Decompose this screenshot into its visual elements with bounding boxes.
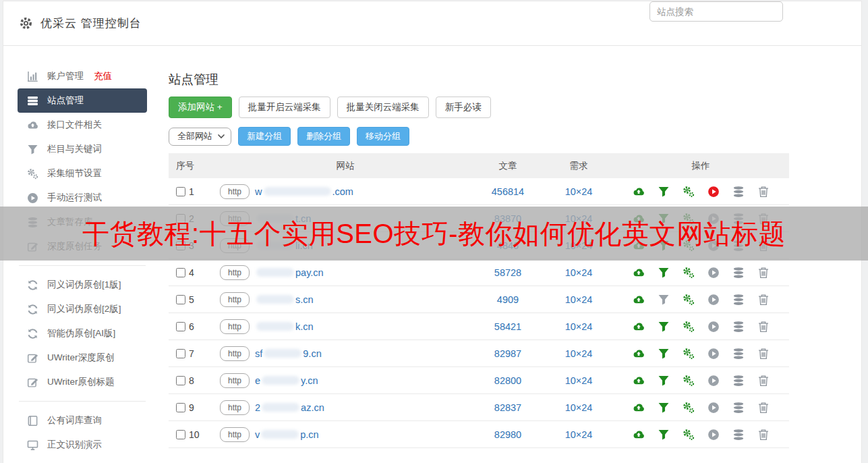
run-action-icon[interactable] — [707, 321, 720, 333]
row-checkbox[interactable] — [176, 187, 185, 196]
sidebar-item-public-lexicon-query[interactable]: 公有词库查询 — [18, 408, 147, 433]
filter-action-icon[interactable] — [658, 321, 670, 333]
http-button[interactable]: http — [220, 319, 250, 334]
delete-action-icon[interactable] — [757, 321, 770, 333]
http-button[interactable]: http — [220, 265, 250, 280]
cloud-upload-action-icon[interactable] — [633, 321, 645, 333]
sidebar-item-account-management[interactable]: 账户管理充值 — [18, 64, 147, 88]
batch-close-cloud-collect-button[interactable]: 批量关闭云端采集 — [337, 97, 429, 118]
site-search-input[interactable] — [649, 1, 783, 22]
settings-action-icon[interactable] — [683, 294, 695, 306]
filter-action-icon[interactable] — [658, 402, 670, 414]
sidebar-item-collection-settings[interactable]: 采集细节设置 — [18, 161, 147, 186]
row-checkbox[interactable] — [176, 376, 185, 385]
sidebar-item-uwriter-deep-original[interactable]: UWriter深度原创 — [18, 346, 147, 370]
delete-action-icon[interactable] — [757, 267, 770, 279]
settings-action-icon[interactable] — [683, 429, 695, 441]
delete-action-icon[interactable] — [757, 375, 770, 387]
sidebar-item-ai-rewrite[interactable]: 智能伪原创[AI版] — [18, 321, 147, 346]
site-domain-link[interactable]: vp.cn — [255, 429, 319, 440]
settings-action-icon[interactable] — [683, 186, 695, 198]
cloud-upload-action-icon[interactable] — [633, 294, 645, 306]
cloud-upload-action-icon[interactable] — [633, 375, 645, 387]
row-checkbox[interactable] — [176, 268, 185, 277]
cloud-upload-action-icon[interactable] — [633, 348, 645, 360]
site-domain-link[interactable]: k.cn — [255, 321, 314, 332]
article-count[interactable]: 58728 — [471, 267, 545, 278]
filter-action-icon[interactable] — [658, 186, 670, 198]
run-action-icon[interactable] — [707, 348, 720, 360]
cloud-upload-action-icon[interactable] — [633, 429, 645, 441]
database-action-icon[interactable] — [732, 267, 745, 279]
http-button[interactable]: http — [220, 427, 250, 442]
article-count[interactable]: 456814 — [471, 186, 545, 197]
database-action-icon[interactable] — [732, 375, 745, 387]
database-action-icon[interactable] — [732, 348, 745, 360]
settings-action-icon[interactable] — [683, 348, 695, 360]
database-action-icon[interactable] — [732, 429, 745, 441]
sidebar-item-columns-keywords[interactable]: 栏目与关键词 — [18, 137, 147, 161]
database-action-icon[interactable] — [732, 402, 745, 414]
move-group-button[interactable]: 移动分组 — [357, 127, 409, 146]
group-filter-select[interactable]: 全部网站 — [169, 128, 231, 146]
http-button[interactable]: http — [220, 373, 250, 388]
cloud-upload-action-icon[interactable] — [633, 267, 645, 279]
batch-open-cloud-collect-button[interactable]: 批量开启云端采集 — [239, 97, 330, 118]
delete-action-icon[interactable] — [757, 294, 770, 306]
run-action-icon[interactable] — [707, 402, 720, 414]
database-action-icon[interactable] — [732, 294, 745, 306]
run-action-icon[interactable] — [707, 375, 720, 387]
http-button[interactable]: http — [220, 400, 250, 415]
site-domain-link[interactable]: ey.cn — [255, 375, 318, 386]
article-count[interactable]: 82837 — [471, 402, 545, 413]
sidebar-item-uwriter-original-title[interactable]: UWriter原创标题 — [18, 370, 147, 394]
sidebar-item-site-management[interactable]: 站点管理 — [18, 88, 147, 113]
site-domain-link[interactable]: pay.cn — [255, 267, 324, 278]
delete-group-button[interactable]: 删除分组 — [297, 127, 350, 146]
filter-action-icon[interactable] — [658, 348, 670, 360]
sidebar-item-interface-files[interactable]: 接口文件相关 — [18, 113, 147, 137]
settings-action-icon[interactable] — [683, 375, 695, 387]
sidebar-item-synonym-rewrite-v1[interactable]: 同义词伪原创[1版] — [18, 273, 147, 297]
filter-action-icon[interactable] — [658, 294, 670, 306]
run-action-icon[interactable] — [707, 429, 720, 441]
filter-action-icon[interactable] — [658, 267, 670, 279]
site-domain-link[interactable]: w.com — [255, 186, 353, 197]
http-button[interactable]: http — [220, 292, 250, 307]
article-count[interactable]: 58421 — [471, 321, 545, 332]
row-checkbox[interactable] — [176, 322, 185, 331]
run-action-icon[interactable] — [707, 267, 720, 279]
article-count[interactable]: 82800 — [471, 375, 545, 386]
delete-action-icon[interactable] — [757, 429, 770, 441]
add-site-button[interactable]: 添加网站 + — [169, 97, 232, 118]
run-action-icon[interactable] — [707, 186, 720, 198]
database-action-icon[interactable] — [732, 321, 745, 333]
filter-action-icon[interactable] — [658, 375, 670, 387]
database-action-icon[interactable] — [732, 186, 745, 198]
delete-action-icon[interactable] — [757, 402, 770, 414]
row-checkbox[interactable] — [176, 349, 185, 358]
settings-action-icon[interactable] — [683, 321, 695, 333]
recharge-badge[interactable]: 充值 — [94, 70, 112, 82]
newbie-guide-button[interactable]: 新手必读 — [436, 97, 491, 118]
http-button[interactable]: http — [220, 346, 250, 361]
settings-action-icon[interactable] — [683, 267, 695, 279]
row-checkbox[interactable] — [176, 403, 185, 412]
row-checkbox[interactable] — [176, 430, 185, 439]
article-count[interactable]: 4909 — [471, 294, 545, 305]
cloud-upload-action-icon[interactable] — [633, 402, 645, 414]
article-count[interactable]: 82980 — [471, 429, 545, 440]
filter-action-icon[interactable] — [658, 429, 670, 441]
delete-action-icon[interactable] — [757, 348, 770, 360]
article-count[interactable]: 82987 — [471, 348, 545, 359]
delete-action-icon[interactable] — [757, 186, 770, 198]
row-checkbox[interactable] — [176, 295, 185, 304]
new-group-button[interactable]: 新建分组 — [238, 127, 291, 146]
settings-action-icon[interactable] — [683, 402, 695, 414]
site-domain-link[interactable]: 2az.cn — [255, 402, 324, 413]
cloud-upload-action-icon[interactable] — [633, 186, 645, 198]
run-action-icon[interactable] — [707, 294, 720, 306]
http-button[interactable]: http — [220, 184, 250, 199]
sidebar-item-synonym-rewrite-v2[interactable]: 同义词伪原创[2版] — [18, 297, 147, 321]
sidebar-item-content-recognition-demo[interactable]: 正文识别演示 — [18, 433, 147, 457]
